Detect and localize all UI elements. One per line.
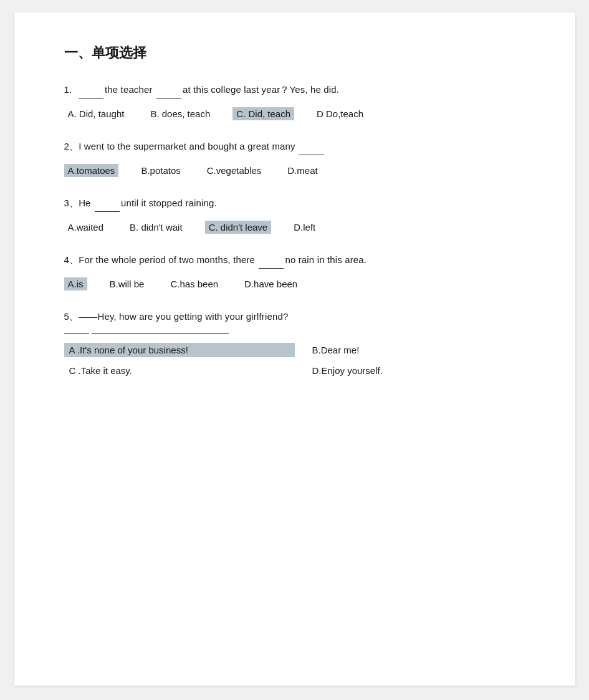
q1-number: 1. (64, 84, 77, 95)
q5-text: 5、——Hey, how are you getting with your g… (64, 308, 538, 325)
q2-option-a[interactable]: A.tomatoes (64, 164, 119, 177)
q5-option-d[interactable]: D.Enjoy yourself. (307, 363, 538, 378)
q2-blank (299, 138, 324, 155)
q4-option-b[interactable]: B.will be (106, 277, 148, 290)
q4-text: 4、For the whole period of two months, th… (64, 251, 538, 269)
q5-option-b[interactable]: B.Dear me! (307, 343, 538, 357)
q1-option-c[interactable]: C. Did, teach (232, 107, 294, 120)
q4-option-d[interactable]: D.have been (241, 277, 301, 290)
page: 一、单项选择 1. the teacher at this college la… (14, 12, 575, 686)
q2-options: A.tomatoes B.potatos C.vegetables D.meat (64, 164, 538, 177)
q5-long-blank (92, 333, 229, 334)
q2-text: 2、I went to the supermarket and bought a… (64, 138, 538, 155)
q3-option-c[interactable]: C. didn't leave (205, 221, 272, 234)
q3-option-d[interactable]: D.left (290, 221, 319, 234)
q2-option-d[interactable]: D.meat (284, 164, 321, 177)
q4-options: A.is B.will be C.has been D.have been (64, 277, 538, 290)
q3-text: 3、He until it stopped raining. (64, 194, 538, 212)
section-title: 一、单项选择 (64, 44, 538, 62)
q3-option-b[interactable]: B. didn't wait (126, 221, 186, 234)
question-4: 4、For the whole period of two months, th… (64, 251, 538, 290)
q2-option-b[interactable]: B.potatos (137, 164, 184, 177)
q3-option-a[interactable]: A.waited (64, 221, 108, 234)
q4-option-a[interactable]: A.is (64, 277, 87, 290)
question-3: 3、He until it stopped raining. A.waited … (64, 194, 538, 234)
q5-blank-line (64, 333, 538, 334)
question-5: 5、——Hey, how are you getting with your g… (64, 308, 538, 378)
q3-blank (95, 194, 120, 212)
q5-option-c[interactable]: C .Take it easy. (64, 363, 295, 378)
q1-blank1 (79, 81, 103, 98)
q5-options: A .It's none of your business! B.Dear me… (64, 343, 538, 378)
question-1: 1. the teacher at this college last year… (64, 81, 538, 120)
q1-blank2 (156, 81, 181, 98)
q2-option-c[interactable]: C.vegetables (203, 164, 266, 177)
q1-option-b[interactable]: B. does, teach (146, 107, 214, 120)
q5-short-blank (64, 333, 89, 334)
q3-options: A.waited B. didn't wait C. didn't leave … (64, 221, 538, 234)
q1-option-d[interactable]: D Do,teach (313, 107, 367, 120)
q4-option-c[interactable]: C.has been (166, 277, 222, 290)
q1-text: 1. the teacher at this college last year… (64, 81, 538, 98)
q1-option-a[interactable]: A. Did, taught (64, 107, 128, 120)
q4-blank (259, 251, 284, 269)
q5-option-a[interactable]: A .It's none of your business! (64, 343, 295, 357)
q1-options: A. Did, taught B. does, teach C. Did, te… (64, 107, 538, 120)
question-2: 2、I went to the supermarket and bought a… (64, 138, 538, 177)
